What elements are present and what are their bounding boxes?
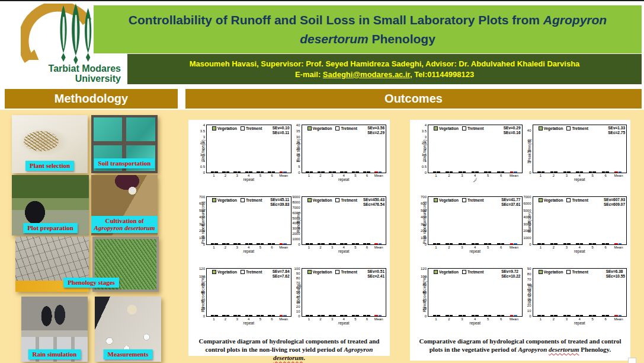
mean-vegetation-bar: [374, 243, 378, 244]
y-tick-label: 100: [421, 236, 427, 240]
y-tick-label: 700: [421, 195, 427, 199]
se-annotation: SEv=7.84SEc=7.62: [273, 269, 290, 279]
mean-bar-group: [611, 171, 624, 173]
bar-chart: Peak runoff amount(cm³)VegetationTretmen…: [422, 196, 523, 263]
vegetation-bar: [550, 315, 554, 316]
legend-vegetation-label: Vegetation: [217, 198, 237, 202]
legend-treatment: Tretment: [241, 126, 262, 130]
bar-group: [315, 315, 326, 316]
vegetation-bar: [340, 171, 344, 173]
treatment-bar: [463, 315, 466, 316]
y-tick-label: 9000: [292, 195, 300, 199]
y-tick-label: 0: [203, 243, 205, 246]
y-tick-label: 10: [527, 160, 531, 164]
bar-group: [547, 243, 560, 244]
legend-treatment: Tretment: [462, 270, 483, 274]
bar-group: [456, 171, 469, 173]
mean-bar-group: [507, 171, 520, 173]
legend-treatment-label: Tretment: [341, 198, 357, 202]
x-axis-label: repeat: [302, 177, 387, 182]
se-line: SEc=37.61: [501, 202, 520, 207]
y-tick-label: 5000: [292, 216, 300, 220]
vegetation-bar: [602, 315, 605, 316]
bar-group: [326, 171, 338, 173]
bar-group: [266, 171, 277, 173]
bar-group: [220, 171, 231, 173]
bar-group: [315, 171, 326, 173]
vegetation-bar: [257, 315, 260, 316]
mean-bar-group: [507, 243, 520, 244]
bar-group: [560, 315, 573, 316]
x-axis-label: repeat: [533, 249, 627, 253]
mean-treatment-bar: [619, 243, 622, 244]
y-tick-label: 7000: [292, 206, 300, 209]
y-tick-label: 3: [425, 135, 427, 139]
vegetation-bar: [550, 171, 554, 173]
y-tick-label: 1.5: [422, 153, 427, 157]
photo-measurements: Measurements: [95, 297, 161, 362]
se-annotation: SEv=45.11SEc=39.83: [270, 198, 289, 208]
bar-group: [430, 243, 443, 244]
y-tick-label: 100: [294, 267, 300, 270]
se-annotation: SEv=9.72SEc=10.22: [501, 269, 520, 279]
vegetation-bar: [363, 243, 367, 244]
photo-label-phenology-stages: Phenology stages: [63, 278, 119, 288]
vegetation-bar: [433, 171, 437, 173]
y-tick-label: 70: [527, 278, 531, 281]
vegetation-bar: [257, 243, 260, 244]
outcomes-panel-1: Start time(m)VegetationTretmentSEv=0.10S…: [188, 120, 390, 356]
legend-treatment: Tretment: [335, 270, 357, 274]
mean-treatment-bar: [379, 315, 382, 316]
bar-group: [232, 171, 243, 173]
bar-group: [456, 243, 469, 244]
bar-group: [586, 171, 599, 173]
chart-legend: VegetationTretment: [434, 126, 483, 130]
se-annotation: SEv=0.51SEc=2.41: [367, 269, 385, 279]
bar-group: [469, 315, 482, 316]
bar-group: [220, 315, 231, 316]
legend-vegetation: Vegetation: [539, 270, 563, 274]
vegetation-bar: [537, 171, 541, 173]
methodology-collage: Plant selection Soil transportation Plot…: [5, 110, 178, 363]
vegetation-bar: [537, 315, 541, 316]
x-axis-label: ر/: [428, 177, 523, 182]
treatment-bar: [238, 243, 241, 244]
treatment-bar: [310, 243, 313, 244]
vegetation-bar: [233, 243, 237, 244]
vegetation-bar: [211, 315, 214, 316]
caption1-after: .: [303, 354, 305, 361]
chart-body: VegetationTretmentSEv=3.56SEc=2.29051015…: [302, 125, 387, 191]
treatment-bar: [261, 315, 264, 316]
vegetation-bar: [318, 243, 321, 244]
bar-group: [315, 243, 326, 244]
legend-vegetation-label: Vegetation: [217, 126, 237, 130]
se-line: SEv=9.72: [501, 269, 520, 274]
x-axis-label: repeat: [428, 321, 523, 325]
legend-treatment: Tretment: [566, 198, 588, 202]
treatment-swatch-icon: [462, 198, 466, 202]
bar-group: [547, 171, 560, 173]
vegetation-bar: [589, 171, 592, 173]
vegetation-bar: [550, 243, 554, 244]
bar-group: [304, 171, 315, 173]
email-link[interactable]: Sadeghi@modares.ac.ir: [323, 70, 410, 79]
bar-group: [535, 171, 548, 173]
vegetation-bar: [459, 315, 462, 316]
y-tick-label: 3.5: [422, 129, 427, 133]
panel-1-caption: Comparative diagram of hydrological comp…: [188, 335, 390, 362]
treatment-bar: [355, 315, 359, 316]
y-tick-label: 200: [421, 229, 427, 233]
bar-group: [304, 243, 315, 244]
mean-treatment-bar: [283, 243, 287, 244]
contact-line: E-mail: Sadeghi@modares.ac.ir, Tel:01144…: [127, 70, 642, 79]
bar-group: [430, 315, 443, 316]
y-tick-label: 300: [199, 222, 205, 226]
se-line: SEv=45.11: [270, 198, 289, 202]
vegetation-bar: [306, 171, 309, 173]
tel-text: , Tel:01144998123: [410, 70, 474, 79]
bar-group: [220, 243, 231, 244]
treatment-bar: [488, 171, 492, 173]
bar-group: [560, 171, 573, 173]
y-tick-label: 4: [203, 123, 205, 127]
bar-chart: Start time(m)VegetationTretmentSEv=0.29S…: [422, 125, 523, 191]
